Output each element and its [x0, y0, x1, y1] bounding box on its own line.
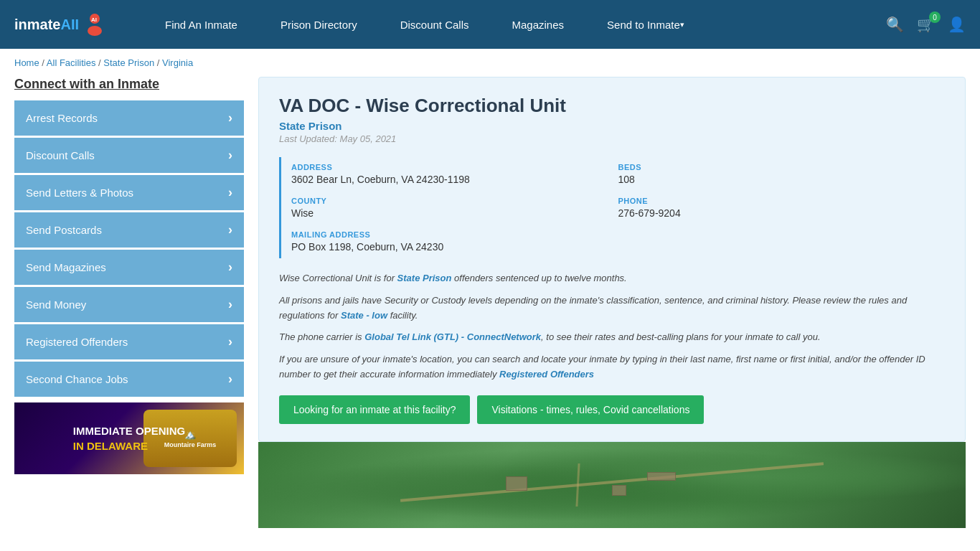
building	[612, 485, 626, 496]
facility-image	[258, 442, 966, 528]
sidebar-item-label: Second Chance Jobs	[26, 373, 128, 385]
header: inmate AII AI Find An Inmate Prison Dire…	[0, 0, 980, 49]
chevron-right-icon: ›	[228, 334, 232, 349]
visitations-button[interactable]: Visitations - times, rules, Covid cancel…	[477, 395, 704, 424]
nav-prison-directory[interactable]: Prison Directory	[259, 0, 379, 49]
nav-find-inmate[interactable]: Find An Inmate	[143, 0, 259, 49]
chevron-right-icon: ›	[228, 260, 232, 275]
sidebar-item-label: Registered Offenders	[26, 336, 128, 348]
address-label: ADDRESS	[291, 163, 611, 171]
main-content: Connect with an Inmate Arrest Records › …	[0, 77, 980, 542]
sidebar-item-label: Arrest Records	[26, 112, 98, 124]
looking-for-inmate-button[interactable]: Looking for an inmate at this facility?	[279, 395, 470, 424]
header-icons: 🔍 🛒 0 👤	[886, 16, 966, 33]
county-label: COUNTY	[291, 197, 611, 205]
search-icon[interactable]: 🔍	[886, 16, 904, 33]
sidebar-item-send-postcards[interactable]: Send Postcards ›	[14, 212, 244, 248]
info-grid: ADDRESS 3602 Bear Ln, Coeburn, VA 24230-…	[279, 157, 945, 258]
nav: Find An Inmate Prison Directory Discount…	[143, 0, 864, 49]
sidebar-title: Connect with an Inmate	[14, 77, 244, 92]
action-buttons: Looking for an inmate at this facility? …	[279, 395, 945, 424]
breadcrumb-all-facilities[interactable]: All Facilities	[47, 57, 96, 68]
aerial-view	[258, 442, 966, 528]
phone-label: PHONE	[618, 197, 938, 205]
nav-magazines[interactable]: Magazines	[491, 0, 586, 49]
building	[506, 476, 527, 491]
sidebar-banner[interactable]: IMMEDIATE OPENING IN DELAWARE 🏔️ Mountai…	[14, 402, 244, 474]
chevron-right-icon: ›	[228, 222, 232, 237]
user-icon[interactable]: 👤	[948, 16, 966, 33]
mailing-value: PO Box 1198, Coeburn, VA 24230	[291, 241, 938, 253]
gtl-link[interactable]: Global Tel Link (GTL) - ConnectNetwork	[364, 331, 541, 342]
building	[647, 472, 676, 481]
facility-type-link[interactable]: State Prison	[279, 120, 342, 132]
registered-offenders-link[interactable]: Registered Offenders	[499, 369, 594, 380]
sidebar-item-send-letters[interactable]: Send Letters & Photos ›	[14, 175, 244, 210]
chevron-right-icon: ›	[228, 110, 232, 126]
road-horizontal	[400, 462, 824, 502]
desc3: The phone carrier is Global Tel Link (GT…	[279, 330, 945, 345]
breadcrumb-home[interactable]: Home	[14, 57, 39, 68]
sidebar-item-label: Discount Calls	[26, 149, 95, 161]
nav-discount-calls[interactable]: Discount Calls	[379, 0, 491, 49]
sidebar-item-second-chance-jobs[interactable]: Second Chance Jobs ›	[14, 362, 244, 397]
logo[interactable]: inmate AII AI	[14, 11, 108, 37]
cart-badge: 0	[929, 11, 941, 23]
sidebar-item-label: Send Postcards	[26, 224, 102, 236]
beds-block: BEDS 108	[618, 157, 946, 191]
sidebar-item-arrest-records[interactable]: Arrest Records ›	[14, 100, 244, 136]
address-block: ADDRESS 3602 Bear Ln, Coeburn, VA 24230-…	[291, 157, 618, 191]
address-value: 3602 Bear Ln, Coeburn, VA 24230-1198	[291, 174, 611, 185]
desc2: All prisons and jails have Security or C…	[279, 293, 945, 324]
county-value: Wise	[291, 207, 611, 219]
breadcrumb-state[interactable]: Virginia	[162, 57, 193, 68]
desc4: If you are unsure of your inmate's locat…	[279, 352, 945, 382]
facility-updated: Last Updated: May 05, 2021	[279, 133, 945, 144]
banner-line1: IMMEDIATE OPENING	[73, 423, 185, 438]
breadcrumb: Home / All Facilities / State Prison / V…	[0, 49, 980, 77]
phone-block: PHONE 276-679-9204	[618, 191, 946, 225]
chevron-right-icon: ›	[228, 297, 232, 312]
content-area: VA DOC - Wise Correctional Unit State Pr…	[258, 77, 966, 528]
sidebar-item-label: Send Magazines	[26, 261, 106, 273]
sidebar-item-discount-calls[interactable]: Discount Calls ›	[14, 138, 244, 173]
nav-send-to-inmate[interactable]: Send to Inmate	[585, 0, 706, 49]
svg-point-1	[88, 26, 102, 36]
sidebar-item-send-magazines[interactable]: Send Magazines ›	[14, 250, 244, 285]
banner-text: IMMEDIATE OPENING IN DELAWARE	[66, 416, 192, 461]
sidebar-item-label: Send Letters & Photos	[26, 187, 133, 199]
sidebar-menu: Arrest Records › Discount Calls › Send L…	[14, 100, 244, 397]
state-prison-link[interactable]: State Prison	[397, 273, 452, 283]
desc1: Wise Correctional Unit is for State Pris…	[279, 271, 945, 286]
chevron-right-icon: ›	[228, 185, 232, 200]
beds-value: 108	[618, 174, 938, 185]
cart-icon[interactable]: 🛒 0	[917, 16, 935, 33]
sidebar-item-registered-offenders[interactable]: Registered Offenders ›	[14, 324, 244, 359]
sidebar-item-label: Send Money	[26, 298, 86, 311]
banner-line2: IN DELAWARE	[73, 438, 185, 453]
phone-value: 276-679-9204	[618, 207, 938, 219]
facility-type: State Prison	[279, 120, 945, 132]
sidebar-item-send-money[interactable]: Send Money ›	[14, 287, 244, 322]
mailing-label: MAILING ADDRESS	[291, 230, 938, 239]
svg-text:AI: AI	[91, 17, 97, 23]
state-low-link[interactable]: State - low	[341, 310, 387, 321]
logo-icon: AI	[82, 11, 108, 37]
mailing-block: MAILING ADDRESS PO Box 1198, Coeburn, VA…	[291, 225, 945, 258]
breadcrumb-state-prison[interactable]: State Prison	[103, 57, 154, 68]
chevron-right-icon: ›	[228, 148, 232, 163]
beds-label: BEDS	[618, 163, 938, 171]
facility-card: VA DOC - Wise Correctional Unit State Pr…	[258, 77, 966, 442]
county-block: COUNTY Wise	[291, 191, 618, 225]
facility-title: VA DOC - Wise Correctional Unit	[279, 95, 945, 117]
chevron-right-icon: ›	[228, 372, 232, 387]
sidebar: Connect with an Inmate Arrest Records › …	[14, 77, 244, 528]
